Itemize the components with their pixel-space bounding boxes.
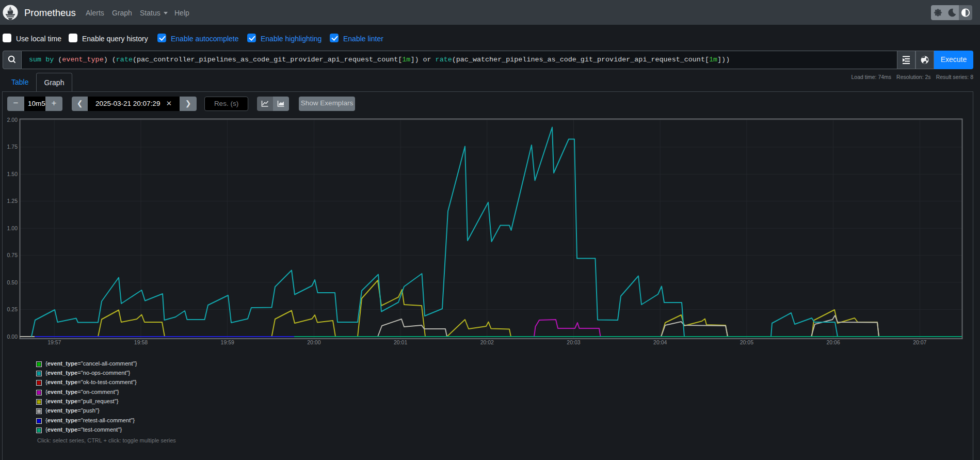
svg-text:20:06: 20:06: [826, 339, 840, 345]
svg-text:0.75: 0.75: [7, 252, 18, 258]
svg-text:0.25: 0.25: [7, 306, 18, 312]
svg-text:20:02: 20:02: [480, 339, 494, 345]
svg-text:20:01: 20:01: [394, 339, 407, 345]
svg-text:20:03: 20:03: [567, 339, 580, 345]
svg-text:20:00: 20:00: [307, 339, 320, 345]
svg-text:1.75: 1.75: [7, 144, 18, 150]
svg-text:20:05: 20:05: [740, 339, 753, 345]
svg-text:2.00: 2.00: [7, 117, 18, 123]
svg-text:1.50: 1.50: [7, 171, 18, 177]
svg-text:1.25: 1.25: [7, 198, 18, 204]
svg-text:19:59: 19:59: [221, 339, 234, 345]
svg-text:20:04: 20:04: [653, 339, 667, 345]
svg-text:19:57: 19:57: [47, 339, 61, 345]
svg-text:1.00: 1.00: [7, 225, 18, 231]
svg-text:0.00: 0.00: [7, 334, 18, 340]
svg-text:19:58: 19:58: [134, 339, 148, 345]
svg-text:20:07: 20:07: [913, 339, 926, 345]
svg-text:0.50: 0.50: [7, 279, 18, 285]
